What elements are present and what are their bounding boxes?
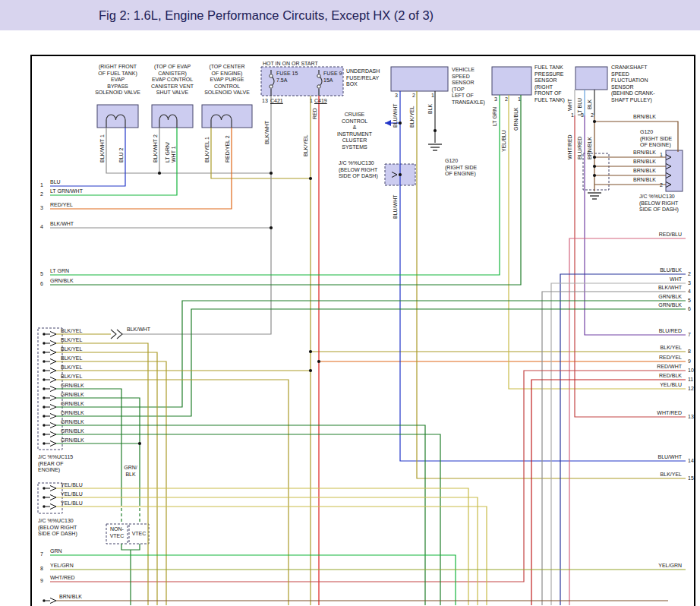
diagram-label: BLK/YEL bbox=[61, 328, 82, 335]
diagram-label: 6 bbox=[40, 281, 43, 288]
junction-dot bbox=[309, 177, 312, 180]
pin-dot bbox=[43, 496, 46, 499]
junction-dot bbox=[138, 442, 141, 445]
connector-link[interactable]: C419 bbox=[314, 98, 327, 105]
diagram-label: VTEC bbox=[130, 531, 148, 538]
diagram-label: 7 bbox=[688, 332, 691, 339]
diagram-label: J/C %%UC130 (BELOW RIGHT SIDE OF DASH) bbox=[339, 160, 378, 180]
diagram-label: RED/BLU bbox=[636, 232, 682, 238]
junction-dot bbox=[593, 165, 596, 168]
diagram-label: 2 bbox=[591, 112, 594, 119]
diagram-label: J/C %%UC115 (REAR OF ENGINE) bbox=[38, 454, 73, 474]
pin-arrow-icon bbox=[50, 414, 56, 419]
wire-dkgreen bbox=[131, 544, 140, 550]
junction-dot bbox=[593, 120, 596, 123]
wire-color-label: BLU 2 bbox=[118, 148, 125, 163]
diagram-label: WHT/RED bbox=[50, 575, 75, 582]
pin-arrow-icon bbox=[50, 377, 56, 383]
pin-dot bbox=[43, 415, 46, 418]
pin-dot bbox=[43, 342, 46, 345]
fuse-terminal bbox=[317, 85, 320, 88]
diagram-label: YEL/BLU bbox=[61, 500, 83, 507]
diagram-label: 3 bbox=[40, 205, 43, 212]
diagram-label: GRN/BLK bbox=[50, 278, 74, 285]
diagram-label: 13 bbox=[688, 414, 694, 421]
diagram-label: WHT bbox=[636, 276, 682, 283]
diagram-label: 1 bbox=[40, 182, 43, 189]
wire-color-label: LT GRN bbox=[492, 107, 498, 126]
pin-arrow-icon bbox=[50, 350, 56, 355]
connector-link[interactable]: C421 bbox=[270, 98, 283, 105]
junction-dot bbox=[317, 360, 320, 363]
wire-color-label: BLU/WHT bbox=[393, 104, 399, 128]
diagram-label: 14 bbox=[688, 458, 694, 465]
wire-color-label: RED/YEL 2 bbox=[225, 135, 231, 163]
diagram-label: 3 bbox=[395, 93, 398, 99]
fuel-tank-pressure-sensor-box bbox=[492, 67, 531, 95]
diagram-label: BRN/BLK bbox=[633, 177, 656, 184]
diagram-label: BLK/YEL bbox=[61, 374, 82, 380]
diagram-label: YEL/GRN bbox=[636, 563, 682, 570]
pin-arrow-icon bbox=[50, 486, 56, 491]
diagram-label: GRN/BLK bbox=[636, 294, 682, 301]
pin-arrow-icon bbox=[50, 396, 56, 401]
wire-blublk bbox=[560, 274, 686, 605]
wire-blue bbox=[50, 128, 125, 186]
wire-color-label: WHT/RED bbox=[567, 134, 573, 159]
canister-vent-valve-box bbox=[152, 105, 193, 128]
pin-arrow-icon bbox=[50, 359, 56, 365]
diagram-label: 2 bbox=[412, 93, 415, 99]
diagram-label: BLU/WHT bbox=[636, 454, 682, 461]
diagram-label: BLU bbox=[50, 179, 61, 186]
diagram-label: 2 bbox=[660, 182, 663, 189]
wire-color-label: RED bbox=[312, 108, 318, 119]
pin-arrow-icon bbox=[50, 405, 56, 410]
diagram-label: GRN/BLK bbox=[61, 392, 84, 399]
pin-dot bbox=[43, 406, 46, 409]
diagram-label: YEL/BLU bbox=[636, 382, 682, 389]
junction-dot bbox=[309, 369, 312, 372]
junction-dot bbox=[434, 129, 437, 132]
wire-color-label: GRN/BLK bbox=[513, 107, 519, 131]
junction-dot bbox=[309, 350, 312, 353]
diagram-label: GRN/BLK bbox=[61, 428, 84, 435]
diagram-label: BLU/RED bbox=[636, 328, 682, 335]
wire-color-label: BLK/YEL bbox=[409, 106, 415, 128]
diagram-label: YEL/GRN bbox=[50, 563, 74, 570]
diagram-label: 6 bbox=[688, 306, 691, 313]
diagram-label: J/C %%UC130 (BELOW RIGHT SIDE OF DASH) bbox=[38, 518, 77, 538]
wire-color-label: BLK/WHT 1 bbox=[99, 134, 106, 163]
junction-dot bbox=[399, 173, 402, 176]
diagram-label: RED/BLK bbox=[636, 373, 682, 380]
diagram-label: 12 bbox=[688, 386, 694, 393]
diagram-label: CRANKSHAFT SPEED FLUCTUATION SENSOR (BEH… bbox=[611, 65, 655, 103]
wire-color-label: BLK/YEL bbox=[303, 135, 309, 156]
diagram-label: BLK/YEL bbox=[636, 345, 682, 352]
diagram-label: BLK/YEL bbox=[61, 337, 82, 344]
crankshaft-sensor-box bbox=[575, 67, 607, 90]
wire-color-label: BLU/WHT bbox=[393, 195, 399, 219]
wire-color-label: BLU/RED bbox=[577, 137, 583, 159]
diagram-label: GRN/BLK bbox=[61, 410, 84, 417]
pin-arrow-icon bbox=[50, 423, 56, 428]
wire-color-label: BLK bbox=[427, 104, 434, 114]
diagram-label: GRN/BLK bbox=[61, 401, 84, 408]
fuse-terminal bbox=[270, 85, 273, 88]
diagram-label: 3 bbox=[688, 280, 691, 287]
diagram-label: GRN bbox=[50, 548, 62, 555]
diagram-label: BLK/WHT bbox=[50, 221, 74, 228]
wire-yellow bbox=[56, 497, 478, 605]
diagram-label: NON- VTEC bbox=[107, 526, 127, 539]
wire-color-label: BRN/BLK bbox=[587, 137, 593, 159]
diagram-label: G120 (RIGHT SIDE OF ENGINE) bbox=[640, 129, 672, 149]
wire-dkgreen bbox=[56, 425, 425, 605]
fuse-terminal bbox=[317, 74, 320, 77]
diagram-label: BLK/YEL bbox=[61, 355, 82, 362]
junction-dot bbox=[158, 172, 161, 175]
diagram-label: 9 bbox=[40, 578, 43, 585]
diagram-label: 9 bbox=[688, 358, 691, 365]
diagram-label: (TOP OF EVAP CANISTER) EVAP CONTROL CANI… bbox=[146, 64, 199, 96]
page: Fig 2: 1.6L, Engine Performance Circuits… bbox=[0, 0, 700, 606]
pin-dot bbox=[43, 433, 46, 436]
diagram-label: CRUISE CONTROL & INSTRUMENT CLUSTER SYST… bbox=[332, 112, 377, 150]
